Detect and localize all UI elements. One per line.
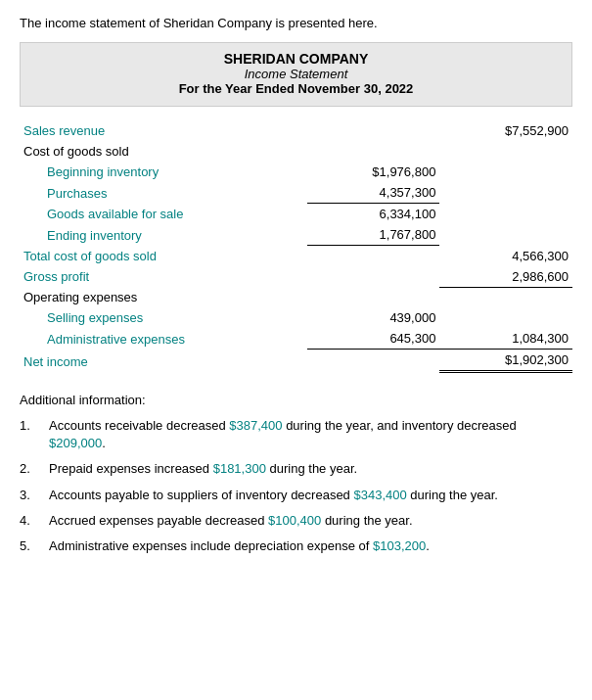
row-label-sales-revenue: Sales revenue	[20, 120, 307, 141]
row-label-admin-expenses: Administrative expenses	[20, 328, 307, 350]
income-row-beginning-inventory: Beginning inventory$1,976,800	[20, 162, 572, 182]
row-right-selling-expenses	[439, 307, 572, 328]
dollar-amount: $100,400	[268, 513, 321, 528]
company-name: SHERIDAN COMPANY	[30, 51, 562, 67]
list-text: Accounts payable to suppliers of invento…	[49, 487, 572, 504]
intro-text: The income statement of Sheridan Company…	[20, 16, 572, 30]
row-right-admin-expenses: 1,084,300	[439, 328, 572, 350]
list-number: 1.	[20, 417, 49, 452]
additional-list: 1.Accounts receivable decreased $387,400…	[20, 417, 572, 555]
list-text: Accrued expenses payable decreased $100,…	[49, 512, 572, 530]
row-right-goods-available	[439, 204, 572, 225]
row-mid-goods-available: 6,334,100	[307, 204, 440, 225]
statement-title: Income Statement	[30, 67, 562, 81]
list-text: Prepaid expenses increased $181,300 duri…	[49, 460, 572, 478]
row-right-gross-profit: 2,986,600	[439, 266, 572, 288]
row-mid-ending-inventory: 1,767,800	[307, 224, 440, 246]
row-right-op-expenses-header	[439, 287, 572, 307]
row-mid-cost-header	[307, 141, 440, 162]
dollar-amount: $209,000	[49, 436, 102, 450]
additional-item-2: 2.Prepaid expenses increased $181,300 du…	[20, 460, 572, 478]
row-mid-sales-revenue	[307, 120, 440, 141]
additional-item-3: 3.Accounts payable to suppliers of inven…	[20, 487, 572, 504]
list-number: 5.	[20, 537, 49, 555]
dollar-amount: $387,400	[229, 418, 282, 433]
statement-header: SHERIDAN COMPANY Income Statement For th…	[20, 42, 572, 107]
income-row-ending-inventory: Ending inventory1,767,800	[20, 224, 572, 246]
row-label-gross-profit: Gross profit	[20, 266, 307, 288]
row-label-total-cogs: Total cost of goods sold	[20, 246, 307, 266]
dollar-amount: $181,300	[213, 461, 266, 476]
additional-item-5: 5.Administrative expenses include deprec…	[20, 537, 572, 555]
income-row-admin-expenses: Administrative expenses645,3001,084,300	[20, 328, 572, 350]
additional-title: Additional information:	[20, 393, 572, 407]
row-right-cost-header	[439, 141, 572, 162]
row-label-cost-header: Cost of goods sold	[20, 141, 307, 162]
row-mid-purchases: 4,357,300	[307, 182, 440, 204]
row-mid-selling-expenses: 439,000	[307, 307, 440, 328]
row-label-purchases: Purchases	[20, 182, 307, 204]
row-label-selling-expenses: Selling expenses	[20, 307, 307, 328]
additional-info-section: Additional information: 1.Accounts recei…	[20, 393, 572, 555]
dollar-amount: $103,200	[373, 538, 426, 553]
row-mid-net-income	[307, 350, 440, 372]
row-mid-gross-profit	[307, 266, 440, 288]
income-row-sales-revenue: Sales revenue$7,552,900	[20, 120, 572, 141]
income-row-purchases: Purchases4,357,300	[20, 182, 572, 204]
row-label-beginning-inventory: Beginning inventory	[20, 162, 307, 182]
income-row-cost-header: Cost of goods sold	[20, 141, 572, 162]
statement-period: For the Year Ended November 30, 2022	[30, 81, 562, 96]
row-right-sales-revenue: $7,552,900	[439, 120, 572, 141]
additional-item-4: 4.Accrued expenses payable decreased $10…	[20, 512, 572, 530]
row-right-purchases	[439, 182, 572, 204]
row-mid-total-cogs	[307, 246, 440, 266]
row-label-net-income: Net income	[20, 350, 307, 372]
dollar-amount: $343,400	[353, 488, 406, 502]
row-right-ending-inventory	[439, 224, 572, 246]
list-number: 2.	[20, 460, 49, 478]
row-label-ending-inventory: Ending inventory	[20, 224, 307, 246]
additional-item-1: 1.Accounts receivable decreased $387,400…	[20, 417, 572, 452]
income-statement-table: Sales revenue$7,552,900Cost of goods sol…	[20, 120, 572, 373]
list-number: 4.	[20, 512, 49, 530]
row-label-op-expenses-header: Operating expenses	[20, 287, 307, 307]
row-mid-beginning-inventory: $1,976,800	[307, 162, 440, 182]
row-right-net-income: $1,902,300	[439, 350, 572, 372]
list-text: Administrative expenses include deprecia…	[49, 537, 572, 555]
list-text: Accounts receivable decreased $387,400 d…	[49, 417, 572, 452]
row-mid-admin-expenses: 645,300	[307, 328, 440, 350]
income-row-net-income: Net income$1,902,300	[20, 350, 572, 372]
row-right-total-cogs: 4,566,300	[439, 246, 572, 266]
income-row-total-cogs: Total cost of goods sold4,566,300	[20, 246, 572, 266]
income-row-selling-expenses: Selling expenses439,000	[20, 307, 572, 328]
row-mid-op-expenses-header	[307, 287, 440, 307]
list-number: 3.	[20, 487, 49, 504]
row-label-goods-available: Goods available for sale	[20, 204, 307, 225]
income-row-op-expenses-header: Operating expenses	[20, 287, 572, 307]
income-row-gross-profit: Gross profit2,986,600	[20, 266, 572, 288]
income-row-goods-available: Goods available for sale6,334,100	[20, 204, 572, 225]
row-right-beginning-inventory	[439, 162, 572, 182]
